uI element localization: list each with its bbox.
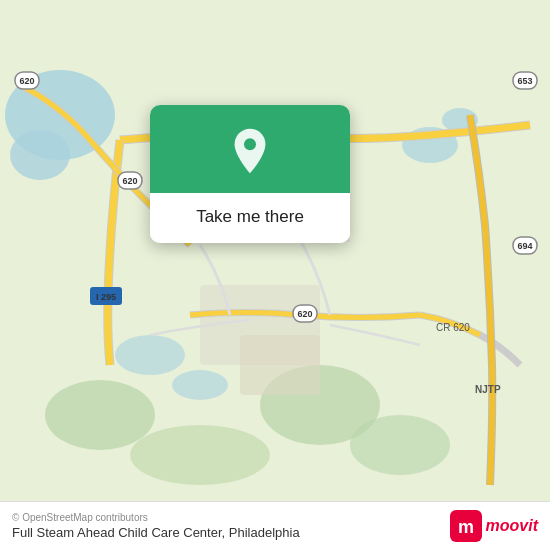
svg-text:620: 620 bbox=[122, 176, 137, 186]
svg-point-6 bbox=[172, 370, 228, 400]
svg-text:I 295: I 295 bbox=[96, 292, 116, 302]
svg-point-10 bbox=[350, 415, 450, 475]
svg-text:NJTP: NJTP bbox=[475, 384, 501, 395]
bottom-bar: © OpenStreetMap contributors Full Steam … bbox=[0, 501, 550, 550]
svg-point-9 bbox=[130, 425, 270, 485]
svg-point-5 bbox=[115, 335, 185, 375]
svg-text:653: 653 bbox=[517, 76, 532, 86]
svg-point-8 bbox=[45, 380, 155, 450]
map-attribution: © OpenStreetMap contributors bbox=[12, 512, 300, 523]
popup-card: Take me there bbox=[150, 105, 350, 243]
svg-rect-12 bbox=[240, 335, 320, 395]
moovit-brand-icon: m bbox=[450, 510, 482, 542]
svg-text:620: 620 bbox=[19, 76, 34, 86]
moovit-brand-text: moovit bbox=[486, 517, 538, 535]
svg-text:694: 694 bbox=[517, 241, 532, 251]
svg-text:620: 620 bbox=[297, 309, 312, 319]
popup-green-area bbox=[150, 105, 350, 193]
svg-text:m: m bbox=[458, 517, 474, 537]
svg-point-29 bbox=[244, 138, 256, 150]
location-name: Full Steam Ahead Child Care Center, Phil… bbox=[12, 525, 300, 540]
map-container: I 295 620 620 I 295 620 CR 620 653 694 N… bbox=[0, 0, 550, 550]
take-me-there-button[interactable]: Take me there bbox=[150, 193, 350, 243]
svg-text:CR 620: CR 620 bbox=[436, 322, 470, 333]
svg-point-2 bbox=[10, 130, 70, 180]
bottom-info: © OpenStreetMap contributors Full Steam … bbox=[12, 512, 300, 540]
moovit-logo: m moovit bbox=[450, 510, 538, 542]
location-pin-icon bbox=[226, 127, 274, 175]
